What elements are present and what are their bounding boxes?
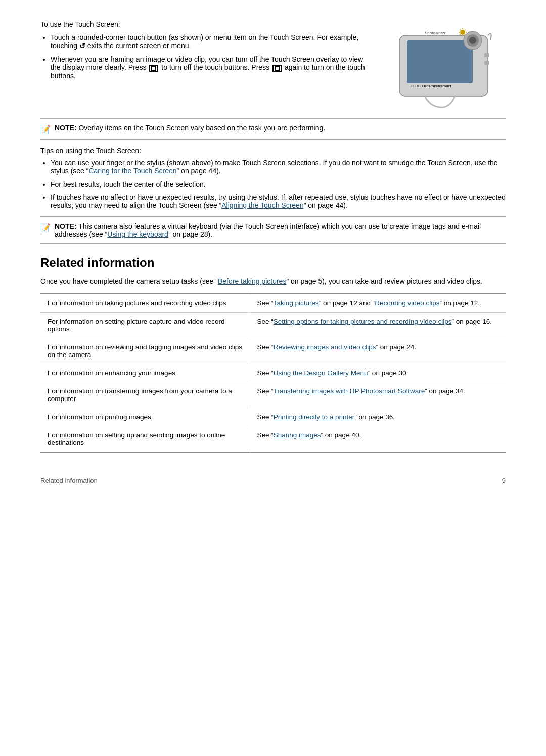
note-2-text: NOTE: This camera also features a virtua… bbox=[55, 222, 506, 238]
note-1: 📝 NOTE: Overlay items on the Touch Scree… bbox=[40, 118, 506, 140]
table-cell-right-4: See “Using the Design Gallery Menu” on p… bbox=[250, 364, 506, 382]
intro-bullet-1: Touch a rounded-corner touch button (as … bbox=[51, 33, 369, 50]
intro-bullet-list: Touch a rounded-corner touch button (as … bbox=[51, 33, 369, 80]
svg-line-18 bbox=[460, 34, 461, 35]
table-row: For information on transferring images f… bbox=[40, 382, 506, 408]
tips-bullet-1: You can use your finger or the stylus (s… bbox=[51, 159, 506, 175]
aligning-link[interactable]: Aligning the Touch Screen bbox=[221, 201, 303, 209]
svg-line-17 bbox=[465, 30, 466, 31]
tips-label: Tips on using the Touch Screen: bbox=[40, 147, 506, 155]
table-cell-left-1: For information on taking pictures and r… bbox=[40, 294, 250, 313]
transferring-images-link[interactable]: Transferring images with HP Photosmart S… bbox=[274, 387, 425, 395]
svg-rect-1 bbox=[407, 40, 473, 83]
tips-section: Tips on using the Touch Screen: You can … bbox=[40, 147, 506, 209]
intro-text: To use the Touch Screen: Touch a rounded… bbox=[40, 20, 369, 85]
page-number: 9 bbox=[502, 477, 506, 484]
recording-video-link[interactable]: Recording video clips bbox=[375, 299, 439, 307]
printing-link[interactable]: Printing directly to a printer bbox=[274, 413, 355, 421]
tips-bullet-2: For best results, touch the center of th… bbox=[51, 180, 506, 188]
tips-bullet-3: If touches have no affect or have unexpe… bbox=[51, 193, 506, 209]
table-row: For information on printing images See “… bbox=[40, 408, 506, 426]
table-row: For information on setting up and sendin… bbox=[40, 426, 506, 453]
note-icon-2: 📝 bbox=[40, 223, 51, 232]
footer-section-label: Related information bbox=[40, 477, 98, 484]
caring-link[interactable]: Caring for the Touch Screen bbox=[88, 167, 176, 175]
svg-rect-7 bbox=[484, 53, 489, 57]
related-info-table: For information on taking pictures and r… bbox=[40, 293, 506, 453]
section-intro: Once you have completed the camera setup… bbox=[40, 277, 506, 285]
svg-text:HP Photosmart: HP Photosmart bbox=[422, 84, 451, 88]
reviewing-images-link[interactable]: Reviewing images and video clips bbox=[274, 343, 376, 351]
table-cell-right-3: See “Reviewing images and video clips” o… bbox=[250, 338, 506, 364]
table-cell-left-5: For information on transferring images f… bbox=[40, 382, 250, 408]
svg-line-16 bbox=[465, 34, 466, 35]
intro-bullet-2: Whenever you are framing an image or vid… bbox=[51, 55, 369, 79]
back-arrow-icon: ↺ bbox=[79, 42, 85, 50]
screen-icon-1 bbox=[149, 65, 158, 72]
table-cell-right-5: See “Transferring images with HP Photosm… bbox=[250, 382, 506, 408]
intro-label: To use the Touch Screen: bbox=[40, 20, 369, 28]
page-footer: Related information 9 bbox=[40, 473, 506, 484]
before-taking-link[interactable]: Before taking pictures bbox=[218, 277, 286, 285]
table-row: For information on enhancing your images… bbox=[40, 364, 506, 382]
svg-line-15 bbox=[460, 30, 461, 31]
svg-rect-8 bbox=[484, 61, 489, 65]
design-gallery-link[interactable]: Using the Design Gallery Menu bbox=[274, 369, 368, 377]
table-row: For information on taking pictures and r… bbox=[40, 294, 506, 313]
table-row: For information on reviewing and tagging… bbox=[40, 338, 506, 364]
table-cell-left-7: For information on setting up and sendin… bbox=[40, 426, 250, 453]
taking-pictures-link[interactable]: Taking pictures bbox=[274, 299, 319, 307]
table-cell-right-1: See “Taking pictures” on page 12 and “Re… bbox=[250, 294, 506, 313]
note-icon-1: 📝 bbox=[40, 124, 51, 134]
camera-image-area: TOUCH SCREEN HP Photosmart Photosmart bbox=[384, 25, 506, 110]
table-cell-left-2: For information on setting picture captu… bbox=[40, 313, 250, 338]
keyboard-link[interactable]: Using the keyboard bbox=[107, 230, 168, 238]
note-2: 📝 NOTE: This camera also features a virt… bbox=[40, 216, 506, 244]
intro-section: To use the Touch Screen: Touch a rounded… bbox=[40, 20, 506, 110]
table-cell-right-7: See “Sharing images” on page 40. bbox=[250, 426, 506, 453]
tips-bullet-list: You can use your finger or the stylus (s… bbox=[51, 159, 506, 209]
section-title: Related information bbox=[40, 256, 506, 270]
camera-illustration: TOUCH SCREEN HP Photosmart Photosmart bbox=[384, 25, 495, 109]
svg-text:Photosmart: Photosmart bbox=[425, 31, 446, 35]
sharing-images-link[interactable]: Sharing images bbox=[274, 431, 321, 439]
svg-point-10 bbox=[460, 30, 465, 35]
table-cell-right-6: See “Printing directly to a printer” on … bbox=[250, 408, 506, 426]
table-cell-left-6: For information on printing images bbox=[40, 408, 250, 426]
table-cell-right-2: See “Setting options for taking pictures… bbox=[250, 313, 506, 338]
svg-point-6 bbox=[469, 37, 476, 44]
note-1-text: NOTE: Overlay items on the Touch Screen … bbox=[55, 124, 325, 132]
setting-options-link[interactable]: Setting options for taking pictures and … bbox=[274, 318, 452, 325]
table-cell-left-4: For information on enhancing your images bbox=[40, 364, 250, 382]
screen-icon-2 bbox=[272, 65, 282, 72]
table-cell-left-3: For information on reviewing and tagging… bbox=[40, 338, 250, 364]
table-row: For information on setting picture captu… bbox=[40, 313, 506, 338]
